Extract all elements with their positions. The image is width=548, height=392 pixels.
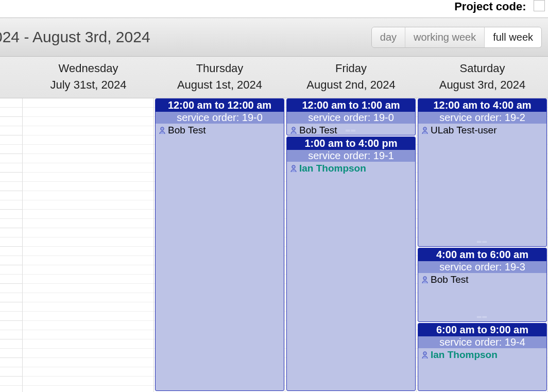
svg-point-5 <box>423 352 426 355</box>
day-header-thursday[interactable]: Thursday August 1st, 2024 <box>154 57 285 98</box>
svg-point-4 <box>423 277 426 280</box>
event-user-name: Bob Test <box>299 125 337 135</box>
day-header-friday[interactable]: Friday August 2nd, 2024 <box>285 57 417 98</box>
resize-handle-icon[interactable]: ══ <box>346 127 356 134</box>
person-icon <box>159 126 166 134</box>
event-order: service order: 19-3 <box>418 261 546 273</box>
day-column-thursday[interactable]: 12:00 am to 12:00 am service order: 19-0… <box>154 98 285 392</box>
day-column-friday[interactable]: 12:00 am to 1:00 am service order: 19-0 … <box>285 98 417 392</box>
person-icon <box>421 276 429 284</box>
event-order: service order: 19-2 <box>418 112 546 124</box>
view-working-week-button[interactable]: working week <box>405 27 484 47</box>
day-date: August 1st, 2024 <box>154 78 285 92</box>
person-icon <box>290 126 297 134</box>
day-of-week: Thursday <box>154 62 285 75</box>
calendar-header: 024 - August 3rd, 2024 day working week … <box>0 18 548 57</box>
view-full-week-button[interactable]: full week <box>484 27 541 47</box>
calendar-event[interactable]: 1:00 am to 4:00 pm service order: 19-1 I… <box>286 137 416 391</box>
event-user: Bob Test <box>156 124 284 137</box>
day-date: August 3rd, 2024 <box>417 78 548 92</box>
event-user: Bob Test <box>418 273 546 286</box>
day-date: July 31st, 2024 <box>23 78 154 92</box>
project-code-label: Project code: <box>454 0 526 13</box>
event-user: Ian Thompson <box>418 348 546 362</box>
day-of-week: Friday <box>285 62 417 75</box>
calendar-event[interactable]: 4:00 am to 6:00 am service order: 19-3 B… <box>418 248 547 322</box>
calendar-event[interactable]: 12:00 am to 4:00 am service order: 19-2 … <box>418 98 547 247</box>
event-user: Ian Thompson <box>287 162 415 175</box>
day-header-wednesday[interactable]: Wednesday July 31st, 2024 <box>23 57 154 98</box>
event-user-name: Ian Thompson <box>299 163 366 174</box>
event-time: 1:00 am to 4:00 pm <box>287 137 415 150</box>
events-layer: 12:00 am to 12:00 am service order: 19-0… <box>154 98 285 392</box>
events-layer: 12:00 am to 1:00 am service order: 19-0 … <box>285 98 417 392</box>
event-order: service order: 19-1 <box>287 150 415 162</box>
time-gutter-header <box>0 57 23 98</box>
calendar-event[interactable]: 12:00 am to 1:00 am service order: 19-0 … <box>286 98 416 135</box>
calendar-event[interactable]: 12:00 am to 12:00 am service order: 19-0… <box>155 98 284 391</box>
event-user: ULab Test-user <box>418 124 546 137</box>
svg-point-3 <box>423 127 426 130</box>
svg-point-0 <box>161 127 164 130</box>
event-time: 4:00 am to 6:00 am <box>418 248 546 261</box>
event-order: service order: 19-0 <box>287 112 415 124</box>
calendar-grid: 12:00 am to 12:00 am service order: 19-0… <box>0 98 548 392</box>
resize-handle-icon[interactable]: ══ <box>477 313 488 320</box>
day-column-wednesday[interactable] <box>23 98 154 392</box>
time-gutter <box>0 98 23 392</box>
event-time: 12:00 am to 1:00 am <box>287 99 415 112</box>
view-switch: day working week full week <box>371 27 542 48</box>
calendar-event[interactable]: 6:00 am to 9:00 am service order: 19-4 I… <box>418 323 547 391</box>
svg-point-1 <box>292 127 295 130</box>
event-user-name: Bob Test <box>431 274 469 285</box>
topbar: Project code: <box>0 0 548 18</box>
day-date: August 2nd, 2024 <box>285 78 417 92</box>
date-range-title: 024 - August 3rd, 2024 <box>0 28 150 46</box>
resize-handle-icon[interactable]: ══ <box>477 238 488 245</box>
event-user-name: ULab Test-user <box>431 125 497 136</box>
event-time: 12:00 am to 4:00 am <box>418 99 546 112</box>
event-order: service order: 19-0 <box>156 112 284 124</box>
person-icon <box>290 164 297 173</box>
event-order: service order: 19-4 <box>418 336 546 348</box>
day-grid <box>23 98 154 392</box>
view-day-button[interactable]: day <box>372 27 405 47</box>
event-user-name: Bob Test <box>168 125 206 136</box>
svg-point-2 <box>292 165 295 168</box>
person-icon <box>421 126 429 134</box>
person-icon <box>421 351 429 359</box>
event-user-name: Ian Thompson <box>431 349 498 361</box>
day-header-row: Wednesday July 31st, 2024 Thursday Augus… <box>0 57 548 98</box>
day-column-saturday[interactable]: 12:00 am to 4:00 am service order: 19-2 … <box>417 98 548 392</box>
event-time: 6:00 am to 9:00 am <box>418 323 546 336</box>
day-header-saturday[interactable]: Saturday August 3rd, 2024 <box>417 57 548 98</box>
day-of-week: Saturday <box>417 62 548 75</box>
events-layer: 12:00 am to 4:00 am service order: 19-2 … <box>417 98 548 392</box>
event-time: 12:00 am to 12:00 am <box>156 99 284 112</box>
project-code-field[interactable] <box>534 0 545 11</box>
day-of-week: Wednesday <box>23 62 154 75</box>
